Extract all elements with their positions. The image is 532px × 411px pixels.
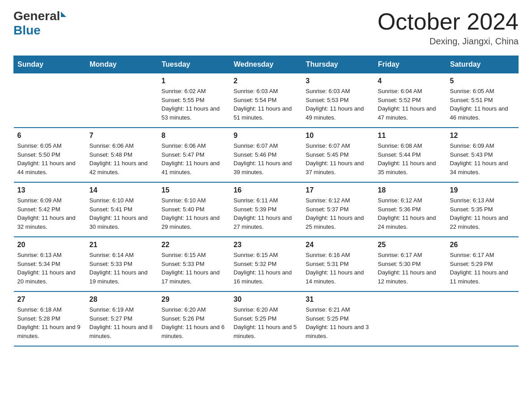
calendar-cell: 22 Sunrise: 6:15 AMSunset: 5:33 PMDaylig…	[158, 237, 230, 291]
day-info: Sunrise: 6:11 AMSunset: 5:39 PMDaylight:…	[234, 197, 292, 230]
calendar-week-row: 27 Sunrise: 6:18 AMSunset: 5:28 PMDaylig…	[14, 291, 519, 346]
calendar-cell: 1 Sunrise: 6:02 AMSunset: 5:55 PMDayligh…	[158, 73, 230, 128]
day-number: 15	[162, 186, 227, 194]
page-header: General Blue October 2024 Dexing, Jiangx…	[13, 9, 519, 47]
calendar-cell: 19 Sunrise: 6:13 AMSunset: 5:35 PMDaylig…	[446, 182, 519, 237]
day-number: 3	[306, 77, 371, 85]
calendar-cell: 8 Sunrise: 6:06 AMSunset: 5:47 PMDayligh…	[158, 128, 230, 182]
day-info: Sunrise: 6:07 AMSunset: 5:45 PMDaylight:…	[306, 142, 364, 176]
calendar-cell: 9 Sunrise: 6:07 AMSunset: 5:46 PMDayligh…	[230, 128, 302, 182]
day-number: 19	[450, 186, 515, 194]
day-info: Sunrise: 6:17 AMSunset: 5:30 PMDaylight:…	[378, 252, 436, 285]
day-number: 9	[234, 132, 299, 140]
day-info: Sunrise: 6:17 AMSunset: 5:29 PMDaylight:…	[450, 252, 508, 285]
day-info: Sunrise: 6:10 AMSunset: 5:41 PMDaylight:…	[90, 197, 148, 230]
calendar-cell: 10 Sunrise: 6:07 AMSunset: 5:45 PMDaylig…	[302, 128, 374, 182]
day-number: 25	[378, 241, 443, 249]
calendar-header-row: Sunday Monday Tuesday Wednesday Thursday…	[14, 56, 519, 73]
calendar-cell: 30 Sunrise: 6:20 AMSunset: 5:25 PMDaylig…	[230, 291, 302, 346]
calendar-cell: 17 Sunrise: 6:12 AMSunset: 5:37 PMDaylig…	[302, 182, 374, 237]
calendar-cell: 5 Sunrise: 6:05 AMSunset: 5:51 PMDayligh…	[446, 73, 519, 128]
day-info: Sunrise: 6:12 AMSunset: 5:36 PMDaylight:…	[378, 197, 436, 230]
header-wednesday: Wednesday	[230, 56, 302, 73]
page-subtitle: Dexing, Jiangxi, China	[378, 36, 519, 47]
calendar-week-row: 13 Sunrise: 6:09 AMSunset: 5:42 PMDaylig…	[14, 182, 519, 237]
logo-general-text: General	[13, 9, 60, 23]
day-number: 31	[306, 295, 371, 304]
logo: General Blue	[13, 9, 66, 38]
day-number: 20	[17, 241, 82, 249]
day-info: Sunrise: 6:06 AMSunset: 5:47 PMDaylight:…	[162, 142, 220, 176]
header-saturday: Saturday	[446, 56, 519, 73]
calendar-cell	[14, 73, 86, 128]
day-info: Sunrise: 6:13 AMSunset: 5:35 PMDaylight:…	[450, 197, 508, 230]
calendar-cell	[86, 73, 158, 128]
calendar-cell: 7 Sunrise: 6:06 AMSunset: 5:48 PMDayligh…	[86, 128, 158, 182]
day-number: 30	[234, 295, 299, 304]
calendar-cell: 26 Sunrise: 6:17 AMSunset: 5:29 PMDaylig…	[446, 237, 519, 291]
day-number: 7	[90, 132, 154, 140]
day-info: Sunrise: 6:05 AMSunset: 5:50 PMDaylight:…	[17, 142, 76, 176]
day-number: 26	[450, 241, 515, 249]
calendar-cell: 28 Sunrise: 6:19 AMSunset: 5:27 PMDaylig…	[86, 291, 158, 346]
calendar-cell: 2 Sunrise: 6:03 AMSunset: 5:54 PMDayligh…	[230, 73, 302, 128]
calendar-cell: 24 Sunrise: 6:16 AMSunset: 5:31 PMDaylig…	[302, 237, 374, 291]
day-info: Sunrise: 6:03 AMSunset: 5:54 PMDaylight:…	[234, 88, 292, 121]
day-info: Sunrise: 6:12 AMSunset: 5:37 PMDaylight:…	[306, 197, 364, 230]
day-info: Sunrise: 6:06 AMSunset: 5:48 PMDaylight:…	[90, 142, 148, 176]
calendar-week-row: 20 Sunrise: 6:13 AMSunset: 5:34 PMDaylig…	[14, 237, 519, 291]
header-tuesday: Tuesday	[158, 56, 230, 73]
day-info: Sunrise: 6:09 AMSunset: 5:42 PMDaylight:…	[17, 197, 76, 230]
calendar-cell: 16 Sunrise: 6:11 AMSunset: 5:39 PMDaylig…	[230, 182, 302, 237]
calendar-cell: 14 Sunrise: 6:10 AMSunset: 5:41 PMDaylig…	[86, 182, 158, 237]
header-sunday: Sunday	[14, 56, 86, 73]
day-number: 14	[90, 186, 154, 194]
day-number: 10	[306, 132, 371, 140]
day-info: Sunrise: 6:14 AMSunset: 5:33 PMDaylight:…	[90, 252, 148, 285]
day-number: 27	[17, 295, 82, 304]
page-title: October 2024	[378, 9, 519, 34]
calendar-cell: 11 Sunrise: 6:08 AMSunset: 5:44 PMDaylig…	[374, 128, 446, 182]
calendar-cell	[446, 291, 519, 346]
day-number: 18	[378, 186, 443, 194]
day-info: Sunrise: 6:10 AMSunset: 5:40 PMDaylight:…	[162, 197, 220, 230]
day-info: Sunrise: 6:20 AMSunset: 5:26 PMDaylight:…	[162, 306, 225, 339]
header-thursday: Thursday	[302, 56, 374, 73]
day-info: Sunrise: 6:18 AMSunset: 5:28 PMDaylight:…	[17, 306, 81, 339]
day-number: 1	[162, 77, 227, 85]
title-block: October 2024 Dexing, Jiangxi, China	[378, 9, 519, 47]
day-number: 4	[378, 77, 443, 85]
day-info: Sunrise: 6:15 AMSunset: 5:33 PMDaylight:…	[162, 252, 220, 285]
day-info: Sunrise: 6:07 AMSunset: 5:46 PMDaylight:…	[234, 142, 292, 176]
calendar-cell: 21 Sunrise: 6:14 AMSunset: 5:33 PMDaylig…	[86, 237, 158, 291]
header-friday: Friday	[374, 56, 446, 73]
day-number: 12	[450, 132, 515, 140]
day-info: Sunrise: 6:09 AMSunset: 5:43 PMDaylight:…	[450, 142, 508, 176]
calendar-cell	[374, 291, 446, 346]
calendar-cell: 23 Sunrise: 6:15 AMSunset: 5:32 PMDaylig…	[230, 237, 302, 291]
calendar-cell: 29 Sunrise: 6:20 AMSunset: 5:26 PMDaylig…	[158, 291, 230, 346]
day-number: 29	[162, 295, 227, 304]
day-number: 13	[17, 186, 82, 194]
day-info: Sunrise: 6:03 AMSunset: 5:53 PMDaylight:…	[306, 88, 364, 121]
calendar-table: Sunday Monday Tuesday Wednesday Thursday…	[13, 56, 519, 347]
calendar-cell: 20 Sunrise: 6:13 AMSunset: 5:34 PMDaylig…	[14, 237, 86, 291]
day-number: 24	[306, 241, 371, 249]
day-info: Sunrise: 6:08 AMSunset: 5:44 PMDaylight:…	[378, 142, 436, 176]
calendar-cell: 13 Sunrise: 6:09 AMSunset: 5:42 PMDaylig…	[14, 182, 86, 237]
day-info: Sunrise: 6:04 AMSunset: 5:52 PMDaylight:…	[378, 88, 436, 121]
day-number: 23	[234, 241, 299, 249]
day-number: 8	[162, 132, 227, 140]
calendar-cell: 18 Sunrise: 6:12 AMSunset: 5:36 PMDaylig…	[374, 182, 446, 237]
day-info: Sunrise: 6:02 AMSunset: 5:55 PMDaylight:…	[162, 88, 220, 121]
day-number: 11	[378, 132, 443, 140]
day-info: Sunrise: 6:16 AMSunset: 5:31 PMDaylight:…	[306, 252, 364, 285]
day-number: 16	[234, 186, 299, 194]
day-number: 2	[234, 77, 299, 85]
day-number: 28	[90, 295, 154, 304]
day-number: 22	[162, 241, 227, 249]
calendar-cell: 15 Sunrise: 6:10 AMSunset: 5:40 PMDaylig…	[158, 182, 230, 237]
calendar-week-row: 1 Sunrise: 6:02 AMSunset: 5:55 PMDayligh…	[14, 73, 519, 128]
day-number: 5	[450, 77, 515, 85]
day-info: Sunrise: 6:19 AMSunset: 5:27 PMDaylight:…	[90, 306, 153, 339]
